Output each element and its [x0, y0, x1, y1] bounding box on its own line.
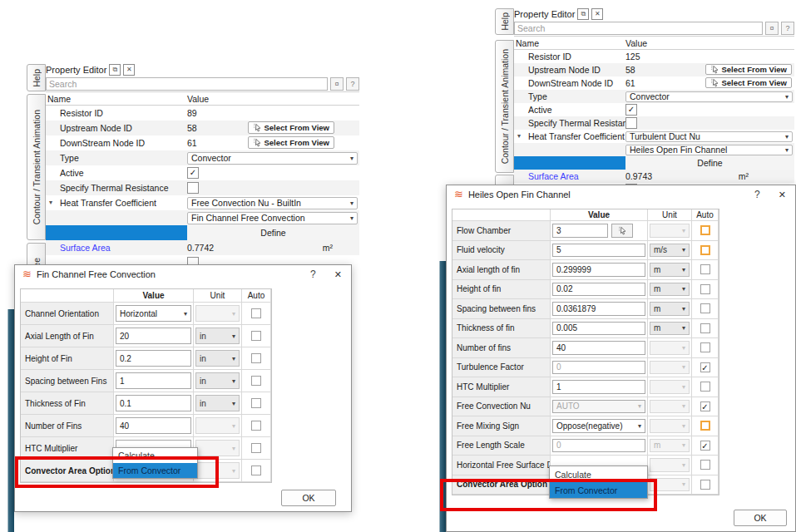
auto-checkbox[interactable] — [700, 382, 710, 392]
auto-checkbox[interactable]: ✓ — [700, 362, 710, 372]
value-input[interactable]: 0.005 — [552, 322, 645, 336]
unit-combo[interactable]: ▾ — [650, 419, 690, 433]
unit-combo[interactable]: in▾ — [195, 372, 240, 389]
value-input[interactable]: 0.0361879 — [552, 302, 645, 316]
auto-checkbox[interactable] — [700, 225, 710, 235]
search-options-button[interactable]: ¤ — [765, 22, 779, 35]
select-from-view-button[interactable]: Select From View — [705, 77, 793, 88]
property-combo[interactable]: Convector▾ — [187, 152, 358, 165]
auto-checkbox[interactable] — [251, 421, 261, 431]
close-panel-icon[interactable]: ✕ — [123, 64, 135, 76]
close-panel-icon[interactable]: ✕ — [591, 8, 603, 20]
select-from-view-button[interactable]: Select From View — [248, 136, 335, 149]
tab-contour-transient-animation[interactable]: Contour / Transient Animation — [27, 94, 46, 240]
unit-combo[interactable]: in▾ — [195, 350, 240, 367]
select-from-view-button[interactable]: Select From View — [705, 64, 793, 75]
value-combo[interactable]: Horizontal▾ — [116, 305, 191, 322]
auto-checkbox[interactable]: ✓ — [700, 441, 710, 451]
auto-checkbox[interactable] — [251, 376, 261, 386]
value-input[interactable]: 5 — [552, 244, 645, 258]
define-button[interactable]: Define — [625, 156, 794, 170]
dialog-help-button[interactable]: ? — [310, 268, 316, 280]
property-combo[interactable]: Heiles Open Fin Channel▾ — [625, 145, 793, 155]
unit-combo[interactable]: m▾ — [650, 302, 690, 316]
float-panel-icon[interactable]: ⧉ — [577, 8, 589, 20]
unit-combo[interactable]: ▾ — [650, 400, 690, 414]
value-input[interactable]: 40 — [552, 341, 645, 355]
unit-combo[interactable]: ▾ — [195, 440, 240, 456]
property-label[interactable]: Surface Area — [514, 171, 579, 181]
unit-combo[interactable]: m▾ — [650, 263, 690, 277]
auto-checkbox[interactable] — [251, 466, 261, 475]
checkbox[interactable] — [187, 182, 199, 194]
float-panel-icon[interactable]: ⧉ — [109, 64, 121, 76]
auto-checkbox[interactable] — [251, 308, 261, 318]
auto-checkbox[interactable] — [700, 421, 710, 431]
tab-help[interactable]: Help — [27, 64, 46, 91]
unit-combo[interactable]: ▾ — [650, 341, 690, 355]
unit-combo[interactable]: ▾ — [650, 458, 690, 472]
unit-combo[interactable]: in▾ — [195, 395, 240, 411]
auto-checkbox[interactable] — [251, 353, 261, 363]
checkbox[interactable]: ✓ — [187, 167, 199, 179]
value-input[interactable]: 0.299999 — [552, 263, 645, 277]
value-input[interactable]: 1 — [552, 380, 645, 394]
search-input[interactable] — [514, 22, 763, 35]
unit-combo[interactable]: ▾ — [650, 361, 690, 375]
auto-checkbox[interactable] — [700, 303, 710, 313]
unit-combo[interactable]: ▾ — [195, 305, 240, 322]
unit-combo[interactable]: m▾ — [650, 283, 690, 297]
property-combo[interactable]: Fin Channel Free Convection▾ — [187, 212, 358, 224]
pick-from-view-button[interactable] — [611, 224, 633, 238]
dialog-close-button[interactable]: ✕ — [334, 269, 342, 280]
value-input[interactable]: 40 — [116, 417, 191, 434]
property-combo[interactable]: Convector▾ — [625, 91, 793, 102]
unit-combo[interactable]: ▾ — [650, 224, 690, 238]
auto-checkbox[interactable] — [251, 331, 261, 341]
select-from-view-button[interactable]: Select From View — [248, 121, 335, 134]
auto-checkbox[interactable] — [700, 323, 710, 333]
value-input[interactable]: 0 — [552, 361, 645, 375]
ok-button[interactable]: OK — [734, 510, 787, 526]
value-input[interactable]: 3 — [552, 224, 608, 238]
help-button[interactable]: ? — [346, 77, 359, 91]
expander-icon[interactable]: ▾ — [517, 132, 521, 140]
value-combo[interactable]: Oppose(negative)▾ — [552, 419, 645, 433]
ok-button[interactable]: OK — [281, 490, 336, 506]
auto-checkbox[interactable] — [700, 342, 710, 352]
property-label[interactable]: Surface Area — [46, 243, 111, 253]
auto-checkbox[interactable] — [251, 443, 261, 453]
dialog-close-button[interactable]: ✕ — [779, 190, 786, 200]
tab-help[interactable]: Help — [495, 8, 514, 35]
value-combo[interactable]: AUTO▾ — [552, 400, 645, 414]
unit-combo[interactable]: ▾ — [650, 380, 690, 394]
value-input[interactable]: 0 — [552, 439, 645, 453]
property-combo[interactable]: Turbulent Duct Nu▾ — [625, 131, 793, 142]
expander-icon[interactable]: ▾ — [49, 199, 52, 206]
unit-combo[interactable]: m▾ — [650, 322, 690, 336]
value-input[interactable]: 20 — [116, 328, 191, 344]
auto-checkbox[interactable] — [700, 284, 710, 294]
checkbox[interactable] — [625, 117, 637, 129]
help-button[interactable]: ? — [781, 22, 794, 35]
auto-checkbox[interactable]: ✓ — [700, 401, 710, 411]
property-combo[interactable]: Free Convection Nu - BuiltIn▾ — [187, 197, 358, 209]
auto-checkbox[interactable] — [700, 245, 710, 255]
auto-checkbox[interactable] — [700, 264, 710, 274]
define-button[interactable]: Define — [187, 225, 359, 240]
auto-checkbox[interactable] — [700, 480, 710, 490]
tab-contour-transient-animation[interactable]: Contour / Transient Animation — [495, 40, 514, 173]
search-input[interactable] — [46, 77, 328, 91]
unit-combo[interactable]: m▾ — [650, 439, 690, 453]
search-options-button[interactable]: ¤ — [330, 77, 344, 91]
checkbox[interactable]: ✓ — [625, 104, 637, 116]
auto-checkbox[interactable] — [251, 398, 261, 408]
value-input[interactable]: 0.02 — [552, 283, 645, 297]
unit-combo[interactable]: in▾ — [195, 328, 240, 344]
value-input[interactable]: 0.2 — [116, 350, 191, 367]
auto-checkbox[interactable] — [700, 460, 710, 470]
unit-combo[interactable]: m/s▾ — [650, 244, 690, 258]
value-input[interactable]: 0.1 — [116, 395, 191, 411]
unit-combo[interactable]: ▾ — [195, 417, 240, 434]
value-input[interactable]: 1 — [116, 372, 191, 389]
